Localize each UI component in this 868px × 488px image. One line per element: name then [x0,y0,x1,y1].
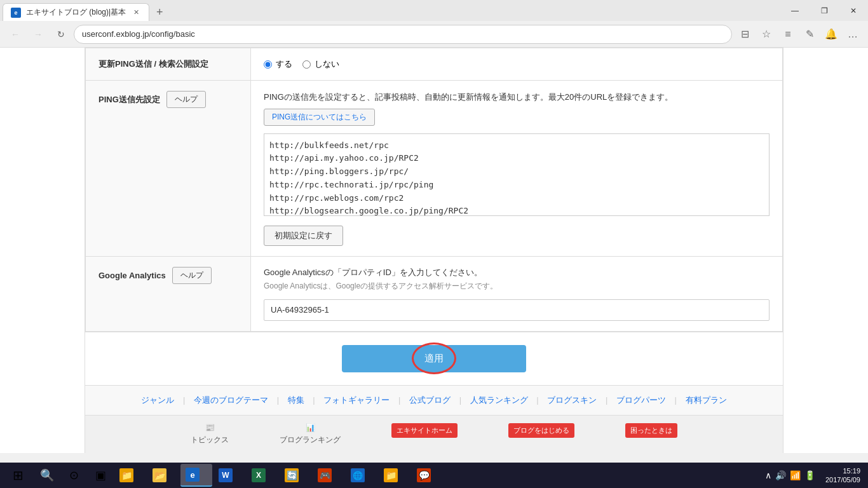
taskbar-app-edge[interactable]: e [180,464,212,487]
taskbar-app-files[interactable]: 📂 [147,464,179,487]
ga-label-group: Google Analytics ヘルプ [98,267,238,284]
radio-yes-text: する [276,58,292,70]
maximize-button[interactable]: ❐ [810,1,839,21]
taskbar-app-folder[interactable]: 📁 [379,464,410,487]
radio-no-input[interactable] [302,60,311,69]
taskbar-app-excel[interactable]: X [247,464,278,487]
search-taskbar-button[interactable]: 🔍 [34,463,60,488]
bottom-item-start[interactable]: ブログをはじめる [508,423,574,445]
more-button[interactable]: … [843,24,863,44]
footer-link-genre[interactable]: ジャンル [141,395,174,405]
tab-label: エキサイトブログ (blog)|基本 [26,7,126,18]
taskbar-clock[interactable]: 15:19 2017/05/09 [820,466,865,485]
footer-link-ranking[interactable]: 人気ランキング [470,395,528,405]
taskbar-app-ie[interactable]: 🌐 [346,464,377,487]
notifications-button[interactable]: 🔔 [821,24,841,44]
battery-icon[interactable]: 🔋 [804,470,815,480]
taskbar-app-misc2[interactable]: 🎮 [313,464,344,487]
ranking-label: ブログランキング [280,435,341,445]
reading-view-button[interactable]: ⊟ [735,24,755,44]
chat-icon: 💬 [417,468,431,482]
taskbar-store-button[interactable]: ▣ [88,463,113,488]
ping-destination-row: PING送信先設定 ヘルプ PINGの送信先を設定すると、記事投稿時、自動的に更… [86,81,783,257]
help-icon: 困ったときは [625,423,677,438]
footer-link-official[interactable]: 公式ブログ [409,395,451,405]
footer-link-special[interactable]: 特集 [288,395,304,405]
ping-link[interactable]: PING送信についてはこちら [264,109,375,126]
ga-description: Google Analyticsの「プロパティID」を入力してください。 [264,267,770,278]
ping-send-label: 更新PING送信 / 検索公開設定 [98,59,208,69]
radio-yes-label[interactable]: する [264,58,292,70]
system-tray: ∧ 🔊 📶 🔋 [763,470,818,480]
network-icon[interactable]: 📶 [790,470,801,480]
ping-send-row: 更新PING送信 / 検索公開設定 する しない [86,48,783,81]
ga-sub-description: Google Analyticsは、Googleの提供するアクセス解析サービスで… [264,281,770,292]
chevron-up-icon[interactable]: ∧ [765,470,771,480]
misc2-icon: 🎮 [318,468,332,482]
taskbar-app-misc1[interactable]: 🔄 [280,464,311,487]
taskbar-app-explorer[interactable]: 📁 [114,464,146,487]
taskbar-app-word[interactable]: W [214,464,245,487]
volume-icon[interactable]: 🔊 [775,470,786,480]
back-button[interactable]: ← [5,24,25,44]
address-bar-row: ← → ↻ userconf.exblog.jp/config/basic ⊟ … [0,21,868,48]
new-tab-button[interactable]: + [149,3,170,21]
taskbar-app-chat[interactable]: 💬 [412,464,444,487]
footer-links: ジャンル | 今週のブログテーマ | 特集 | フォトギャラリー | 公式ブログ… [85,385,783,415]
ga-label: Google Analytics [98,271,166,280]
favorites-button[interactable]: ☆ [756,24,776,44]
bottom-item-topics[interactable]: 📰 トピックス [191,423,229,445]
excel-icon: X [252,468,266,482]
close-button[interactable]: ✕ [839,1,868,21]
forward-button[interactable]: → [28,24,48,44]
ping-info-text: PINGの送信先を設定すると、記事投稿時、自動的に更新情報を通知します。最大20… [264,91,770,104]
radio-yes-input[interactable] [264,60,272,69]
ping-send-radio-group: する しない [264,58,770,70]
edge-icon: e [186,468,200,482]
footer-link-premium[interactable]: 有料プラン [686,395,727,405]
ping-destination-help-button[interactable]: ヘルプ [166,91,206,108]
bottom-item-home[interactable]: エキサイトホーム [391,423,458,445]
apply-button[interactable]: 適用 [342,345,526,372]
taskbar: ⊞ 🔍 ⊙ ▣ 📁 📂 e W X 🔄 🎮 🌐 📁 💬 ∧ 🔊 📶 🔋 [0,463,868,488]
ping-destination-label: PING送信先設定 [98,94,160,105]
bottom-item-ranking[interactable]: 📊 ブログランキング [280,423,341,445]
ga-input[interactable] [264,299,770,321]
taskbar-date-display: 2017/05/09 [825,475,860,484]
ping-destination-label-group: PING送信先設定 ヘルプ [98,91,238,108]
start-button[interactable]: ⊞ [3,463,33,488]
hub-button[interactable]: ≡ [778,24,798,44]
ranking-icon: 📊 [306,423,315,432]
ie-icon: 🌐 [351,468,365,482]
reset-button[interactable]: 初期設定に戻す [264,226,343,246]
misc1-icon: 🔄 [285,468,299,482]
browser-tab[interactable]: e エキサイトブログ (blog)|基本 ✕ [3,3,149,21]
url-text: userconf.exblog.jp/config/basic [82,29,195,39]
tab-close-button[interactable]: ✕ [131,8,141,18]
apply-row: 適用 [85,332,783,385]
files-icon: 📂 [153,468,166,482]
taskbar-right: ∧ 🔊 📶 🔋 15:19 2017/05/09 [763,466,865,485]
taskbar-time-display: 15:19 [825,466,860,475]
address-input[interactable]: userconf.exblog.jp/config/basic [74,25,732,44]
settings-table: 更新PING送信 / 検索公開設定 する しない [85,48,783,332]
footer-link-theme[interactable]: 今週のブログテーマ [194,395,268,405]
bottom-item-help[interactable]: 困ったときは [625,423,677,445]
radio-no-label[interactable]: しない [302,58,339,70]
ga-help-button[interactable]: ヘルプ [172,267,212,284]
footer-link-parts[interactable]: ブログパーツ [616,395,666,405]
ping-urls-textarea[interactable]: http://bulkfeeds.net/rpc http://api.my.y… [264,133,770,216]
minimize-button[interactable]: — [780,1,810,21]
explorer-icon: 📁 [119,468,133,482]
web-notes-button[interactable]: ✎ [799,24,820,44]
footer-link-skin[interactable]: ブログスキン [547,395,597,405]
footer-link-photo[interactable]: フォトギャラリー [323,395,390,405]
word-icon: W [219,468,233,482]
reload-button[interactable]: ↻ [51,24,71,44]
start-icon: ブログをはじめる [508,423,574,438]
google-analytics-row: Google Analytics ヘルプ Google Analyticsの「プ… [86,256,783,331]
apply-button-wrapper: 適用 [342,345,526,372]
folder-icon: 📁 [384,468,398,482]
tab-favicon: e [11,8,21,18]
task-view-button[interactable]: ⊙ [61,463,86,488]
